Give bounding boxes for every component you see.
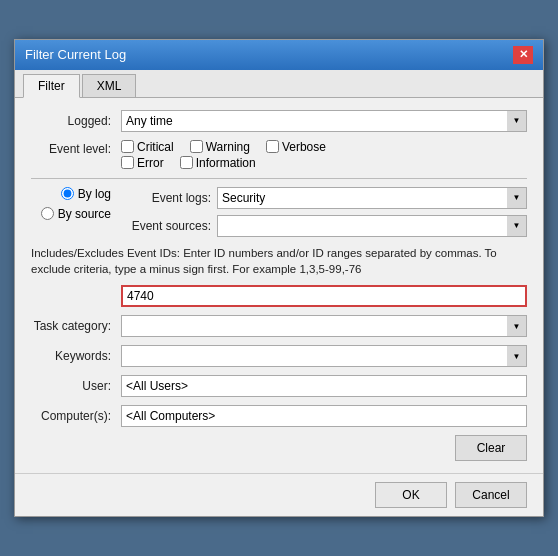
logged-select-wrapper: Any time Last hour Last 12 hours Last 24… (121, 110, 527, 132)
dialog-title: Filter Current Log (25, 47, 126, 62)
computer-label: Computer(s): (31, 409, 111, 423)
user-label: User: (31, 379, 111, 393)
checkbox-row-1: Critical Warning Verbose (121, 140, 326, 154)
computer-row: Computer(s): (31, 405, 527, 427)
event-logs-select-wrapper: Security ▼ (217, 187, 527, 209)
title-bar: Filter Current Log ✕ (15, 40, 543, 70)
task-category-label: Task category: (31, 319, 111, 333)
logged-row: Logged: Any time Last hour Last 12 hours… (31, 110, 527, 132)
event-sources-row: Event sources: ▼ (121, 215, 527, 237)
log-source-fields: Event logs: Security ▼ Event sources: (121, 187, 527, 237)
radio-by-source[interactable]: By source (41, 207, 111, 221)
keywords-label: Keywords: (31, 349, 111, 363)
event-sources-label: Event sources: (121, 219, 211, 233)
event-id-input[interactable] (121, 285, 527, 307)
checkbox-row-2: Error Information (121, 156, 326, 170)
event-sources-select-wrapper: ▼ (217, 215, 527, 237)
event-id-description: Includes/Excludes Event IDs: Enter ID nu… (31, 245, 527, 277)
logged-label: Logged: (31, 114, 111, 128)
checkbox-information-input[interactable] (180, 156, 193, 169)
radio-col: By log By source (31, 187, 111, 237)
close-button[interactable]: ✕ (513, 46, 533, 64)
tab-bar: Filter XML (15, 70, 543, 98)
checkbox-critical-input[interactable] (121, 140, 134, 153)
filter-dialog: Filter Current Log ✕ Filter XML Logged: … (14, 39, 544, 517)
logged-select[interactable]: Any time Last hour Last 12 hours Last 24… (121, 110, 527, 132)
radio-by-source-input[interactable] (41, 207, 54, 220)
keywords-select[interactable] (121, 345, 527, 367)
filter-content: Logged: Any time Last hour Last 12 hours… (15, 98, 543, 473)
keywords-row: Keywords: ▼ (31, 345, 527, 367)
computer-input[interactable] (121, 405, 527, 427)
checkbox-warning-input[interactable] (190, 140, 203, 153)
clear-button[interactable]: Clear (455, 435, 527, 461)
checkbox-critical[interactable]: Critical (121, 140, 174, 154)
task-category-select[interactable] (121, 315, 527, 337)
event-sources-select[interactable] (217, 215, 527, 237)
radio-by-log[interactable]: By log (61, 187, 111, 201)
event-id-row (31, 285, 527, 307)
cancel-button[interactable]: Cancel (455, 482, 527, 508)
tab-xml[interactable]: XML (82, 74, 137, 97)
checkbox-verbose-input[interactable] (266, 140, 279, 153)
task-category-select-wrapper: ▼ (121, 315, 527, 337)
checkbox-verbose[interactable]: Verbose (266, 140, 326, 154)
divider-1 (31, 178, 527, 179)
radio-by-log-input[interactable] (61, 187, 74, 200)
checkbox-information[interactable]: Information (180, 156, 256, 170)
checkbox-warning[interactable]: Warning (190, 140, 250, 154)
user-input[interactable] (121, 375, 527, 397)
event-logs-row: Event logs: Security ▼ (121, 187, 527, 209)
ok-button[interactable]: OK (375, 482, 447, 508)
checkbox-error-input[interactable] (121, 156, 134, 169)
event-level-checkboxes: Critical Warning Verbose Error (121, 140, 326, 170)
event-level-label: Event level: (31, 140, 111, 156)
checkbox-error[interactable]: Error (121, 156, 164, 170)
tab-filter[interactable]: Filter (23, 74, 80, 98)
event-level-row: Event level: Critical Warning Verbose (31, 140, 527, 170)
log-source-section: By log By source Event logs: Security ▼ (31, 187, 527, 237)
user-row: User: (31, 375, 527, 397)
bottom-buttons: OK Cancel (15, 473, 543, 516)
event-logs-label: Event logs: (121, 191, 211, 205)
task-category-row: Task category: ▼ (31, 315, 527, 337)
event-logs-select[interactable]: Security (217, 187, 527, 209)
keywords-select-wrapper: ▼ (121, 345, 527, 367)
